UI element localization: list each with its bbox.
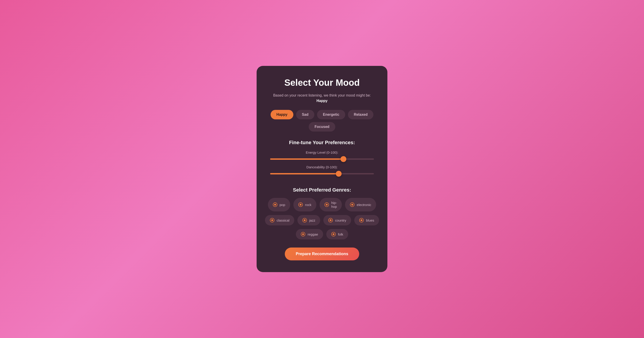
- mood-chips-container: Happy Sad Energetic Relaxed Focused: [270, 110, 374, 132]
- energy-slider-container: Energy Level (0-100):: [270, 151, 374, 161]
- genre-label-classical: classical: [277, 218, 290, 222]
- page-title: Select Your Mood: [284, 78, 360, 88]
- genre-label-pop: pop: [280, 203, 285, 207]
- genre-row-3: reggae folk: [296, 229, 348, 239]
- genre-label-jazz: jazz: [309, 218, 315, 222]
- genre-label-country: country: [335, 218, 346, 222]
- genre-chip-blues[interactable]: blues: [354, 215, 379, 225]
- genre-chip-jazz[interactable]: jazz: [298, 215, 320, 225]
- subtitle-text: Based on your recent listening, we think…: [273, 93, 371, 104]
- mood-chip-energetic[interactable]: Energetic: [317, 110, 345, 119]
- genre-icon-folk: [331, 232, 336, 236]
- genre-chip-rock[interactable]: rock: [293, 198, 316, 211]
- genres-title: Select Preferred Genres:: [270, 187, 374, 193]
- genre-icon-rock: [298, 202, 303, 207]
- genre-icon-reggae: [301, 232, 305, 236]
- genre-chip-reggae[interactable]: reggae: [296, 229, 323, 239]
- genre-label-electronic: electronic: [357, 203, 371, 207]
- suggested-mood: Happy: [316, 99, 328, 103]
- genre-icon-electronic: [350, 202, 354, 207]
- genre-chip-classical[interactable]: classical: [265, 215, 294, 225]
- genre-icon-pop: [273, 202, 277, 207]
- mood-chip-sad[interactable]: Sad: [296, 110, 314, 119]
- genre-chip-folk[interactable]: folk: [326, 229, 348, 239]
- genre-icon-jazz: [302, 218, 307, 222]
- genre-chip-hiphop[interactable]: hip-hop: [320, 198, 342, 211]
- genre-row-1: pop rock hip-hop electronic: [268, 198, 376, 211]
- preferences-title: Fine-tune Your Preferences:: [289, 140, 355, 146]
- genre-label-blues: blues: [366, 218, 374, 222]
- genre-chip-electronic[interactable]: electronic: [345, 198, 376, 211]
- genre-label-rock: rock: [305, 203, 312, 207]
- genre-chip-pop[interactable]: pop: [268, 198, 290, 211]
- genre-label-reggae: reggae: [308, 232, 318, 236]
- genre-chip-country[interactable]: country: [323, 215, 351, 225]
- genre-icon-blues: [359, 218, 364, 222]
- genre-row-2: classical jazz country blues: [265, 215, 379, 225]
- subtitle-main: Based on your recent listening, we think…: [273, 93, 371, 97]
- genre-icon-classical: [270, 218, 274, 222]
- mood-chip-focused[interactable]: Focused: [309, 122, 335, 132]
- genre-icon-country: [328, 218, 333, 222]
- genre-label-folk: folk: [338, 232, 343, 236]
- danceability-label: Danceability (0-100):: [270, 165, 374, 169]
- energy-label: Energy Level (0-100):: [270, 151, 374, 154]
- genre-icon-hiphop: [324, 202, 329, 207]
- mood-chip-happy[interactable]: Happy: [270, 110, 293, 119]
- energy-slider[interactable]: [270, 158, 374, 160]
- prepare-recommendations-button[interactable]: Prepare Recommendations: [285, 247, 359, 260]
- genre-label-hiphop: hip-hop: [331, 201, 337, 208]
- genres-section: Select Preferred Genres: pop rock hip-ho…: [270, 187, 374, 239]
- genre-rows: pop rock hip-hop electronic cl: [270, 198, 374, 239]
- mood-chip-relaxed[interactable]: Relaxed: [348, 110, 374, 119]
- sliders-container: Energy Level (0-100): Danceability (0-10…: [270, 151, 374, 180]
- danceability-slider[interactable]: [270, 173, 374, 174]
- danceability-slider-container: Danceability (0-100):: [270, 165, 374, 175]
- main-card: Select Your Mood Based on your recent li…: [256, 66, 388, 272]
